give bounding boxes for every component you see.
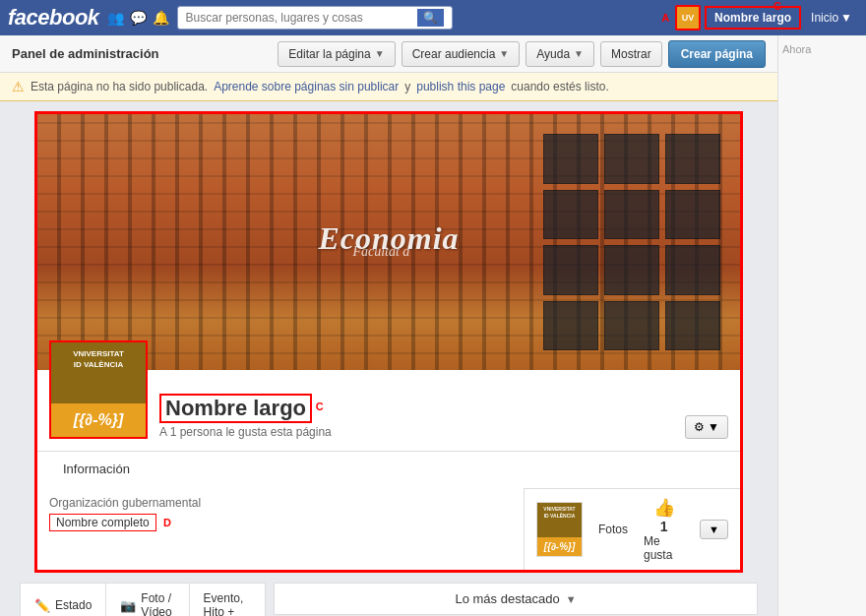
- warning-link1[interactable]: Aprende sobre páginas sin publicar: [214, 80, 399, 93]
- cover-photo: Facultat d' Economia: [37, 114, 740, 370]
- fotos-stat: Fotos: [598, 523, 628, 536]
- stat-photo-thumbnail[interactable]: VNIVERSITAT ID VALÈNCIA [{∂-%}]: [536, 502, 583, 557]
- windows-grid: [543, 134, 720, 350]
- gear-icon: ⚙: [694, 420, 705, 434]
- stat-dropdown-button[interactable]: ▼: [700, 520, 728, 539]
- mostrar-button[interactable]: Mostrar: [600, 41, 662, 67]
- label-d: D: [163, 517, 171, 528]
- profile-actions: ⚙ ▼: [685, 366, 728, 439]
- profile-pic-bottom: [{∂-%}]: [51, 403, 146, 437]
- facebook-logo: facebook: [8, 5, 99, 31]
- user-name-button[interactable]: Nombre largo: [705, 6, 801, 30]
- stat-photo-bottom: [{∂-%}]: [537, 537, 582, 556]
- feed-selector[interactable]: Lo más destacado ▼: [274, 583, 758, 615]
- window-pane: [665, 245, 720, 295]
- warning-icon: ⚠: [12, 79, 25, 94]
- profile-likes: A 1 persona le gusta esta página: [159, 425, 685, 439]
- window-pane: [543, 245, 598, 295]
- profile-picture: VNIVERSITAT ID VALÈNCIA [{∂-%}]: [49, 340, 148, 439]
- warning-link2[interactable]: publish this page: [416, 80, 505, 93]
- profile-label-c: C: [316, 400, 324, 412]
- gear-settings-button[interactable]: ⚙ ▼: [685, 415, 728, 439]
- inicio-button[interactable]: Inicio ▼: [805, 8, 858, 28]
- profile-pic-wrapper: VNIVERSITAT ID VALÈNCIA [{∂-%}]: [49, 340, 148, 439]
- label-a: A: [661, 12, 669, 24]
- create-audience-button[interactable]: Crear audiencia ▼: [402, 41, 521, 67]
- nombre-completo-row: Nombre completo D: [49, 514, 512, 531]
- right-panel: Lo más destacado ▼ 📋 Actividad Hace poco: [274, 583, 758, 616]
- main-body: ✏️ Estado 📷 Foto / Vídeo Evento, Hito +: [10, 573, 768, 616]
- thumbs-up-icon: 👍: [653, 497, 675, 519]
- window-pane: [665, 190, 720, 240]
- profile-pic-top: VNIVERSITAT ID VALÈNCIA: [51, 342, 146, 403]
- profile-name-row: Nombre largo C: [159, 394, 685, 423]
- page-navigation: Información: [37, 451, 740, 488]
- post-tabs: ✏️ Estado 📷 Foto / Vídeo Evento, Hito +: [21, 584, 265, 616]
- me-gusta-count: 1: [660, 519, 668, 534]
- friends-icon[interactable]: 👥: [107, 10, 124, 26]
- tab-estado[interactable]: ✏️ Estado: [21, 584, 106, 616]
- feed-arrow-icon: ▼: [566, 593, 577, 605]
- window-pane: [543, 190, 598, 240]
- window-pane: [604, 245, 659, 295]
- post-box: ✏️ Estado 📷 Foto / Vídeo Evento, Hito +: [20, 583, 266, 616]
- warning-bar: ⚠ Esta página no ha sido publicada. Apre…: [0, 73, 777, 101]
- top-navigation: facebook 👥 💬 🔔 🔍 A UV Nombre largo Inici…: [0, 0, 866, 35]
- label-c-top: C: [773, 0, 781, 12]
- nav-icons-group: 👥 💬 🔔: [107, 10, 169, 26]
- profile-name: Nombre largo: [159, 394, 312, 423]
- window-pane: [604, 134, 659, 184]
- org-type: Organización gubernamental: [49, 496, 512, 510]
- help-button[interactable]: Ayuda ▼: [526, 41, 594, 67]
- search-button[interactable]: 🔍: [417, 9, 444, 27]
- fotos-label: Fotos: [598, 523, 628, 536]
- window-pane: [604, 190, 659, 240]
- search-input[interactable]: [186, 11, 417, 25]
- window-pane: [665, 134, 720, 184]
- stat-dropdown: ▼: [700, 520, 728, 539]
- tab-evento[interactable]: Evento, Hito +: [190, 584, 265, 616]
- window-pane: [543, 134, 598, 184]
- info-stats-row: Organización gubernamental Nombre comple…: [37, 488, 740, 570]
- nav-item-informacion[interactable]: Información: [49, 452, 144, 488]
- info-section: Organización gubernamental Nombre comple…: [37, 488, 524, 570]
- foto-icon: 📷: [120, 598, 136, 613]
- panel-title: Panel de administración: [12, 46, 272, 61]
- me-gusta-stat: 👍 1 Me gusta: [644, 497, 684, 562]
- crear-pagina-button[interactable]: Crear página: [668, 40, 766, 68]
- admin-bar: Panel de administración Editar la página…: [0, 35, 777, 73]
- stat-photo-top: VNIVERSITAT ID VALÈNCIA: [537, 503, 582, 537]
- nombre-completo: Nombre completo: [49, 514, 156, 531]
- economia-text: Economia: [318, 220, 459, 257]
- left-panel: ✏️ Estado 📷 Foto / Vídeo Evento, Hito +: [20, 583, 266, 616]
- search-bar: 🔍: [177, 6, 453, 30]
- messages-icon[interactable]: 💬: [130, 10, 147, 26]
- profile-info: Nombre largo C A 1 persona le gusta esta…: [159, 359, 685, 439]
- user-avatar[interactable]: UV: [675, 5, 701, 31]
- ahora-label: Ahora: [782, 43, 811, 55]
- profile-section: VNIVERSITAT ID VALÈNCIA [{∂-%}] Nombre l…: [37, 340, 740, 451]
- page-wrapper: Facultat d' Economia VNIVERSITAT ID VALÈ…: [0, 101, 777, 616]
- estado-icon: ✏️: [34, 598, 50, 613]
- right-column: Ahora: [777, 35, 866, 616]
- warning-text2: cuando estés listo.: [511, 80, 608, 93]
- notifications-icon[interactable]: 🔔: [153, 10, 169, 26]
- me-gusta-label: Me gusta: [644, 534, 684, 562]
- profile-page: Facultat d' Economia VNIVERSITAT ID VALÈ…: [34, 111, 743, 573]
- edit-page-button[interactable]: Editar la página ▼: [278, 41, 395, 67]
- right-nav: A UV Nombre largo Inicio ▼: [661, 5, 858, 31]
- tab-foto-video[interactable]: 📷 Foto / Vídeo: [106, 584, 189, 616]
- warning-text: Esta página no ha sido publicada.: [31, 80, 208, 93]
- right-stats: VNIVERSITAT ID VALÈNCIA [{∂-%}] Fotos 👍: [524, 488, 740, 570]
